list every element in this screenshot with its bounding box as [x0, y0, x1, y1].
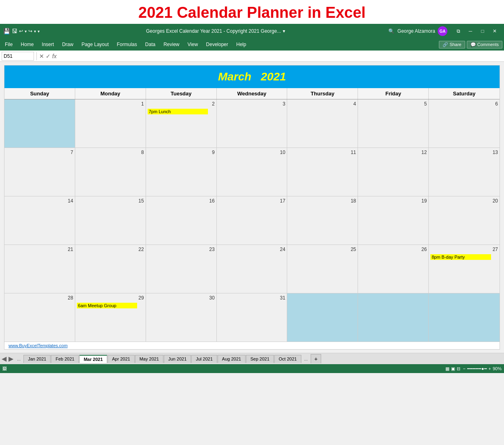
calendar-event[interactable]: 7pm Lunch [148, 109, 208, 114]
calendar-cell[interactable]: 23 [146, 245, 217, 293]
calendar-cell[interactable]: 7 [4, 148, 75, 196]
tab-help[interactable]: Help [233, 40, 250, 49]
sheet-tab-jun-2021[interactable]: Jun 2021 [164, 355, 191, 363]
close-icon[interactable]: ✕ [489, 27, 501, 35]
undo-icon[interactable]: ↩ [19, 28, 23, 34]
sheet-tab-jan-2021[interactable]: Jan 2021 [23, 355, 51, 363]
tab-data[interactable]: Data [142, 40, 159, 49]
sheet-tab-sep-2021[interactable]: Sep 2021 [246, 355, 274, 363]
comments-button[interactable]: 💬 Comments [467, 41, 502, 49]
tab-formulas[interactable]: Formulas [114, 40, 140, 49]
undo-dropdown[interactable]: ▾ [25, 29, 27, 34]
calendar-cell[interactable] [429, 293, 500, 342]
calendar-cell[interactable]: 6 [429, 99, 500, 148]
title-dropdown-icon[interactable]: ▾ [283, 28, 285, 34]
calendar-cell[interactable] [287, 293, 358, 342]
sheet-tab-apr-2021[interactable]: Apr 2021 [108, 355, 135, 363]
restore-icon[interactable]: ⧉ [452, 27, 464, 35]
calendar-day-number: 17 [218, 198, 286, 204]
calendar-cell[interactable] [358, 293, 429, 342]
calendar-cell[interactable]: 13 [429, 148, 500, 196]
maximize-icon[interactable]: □ [476, 27, 489, 35]
sheet-tab-jul-2021[interactable]: Jul 2021 [191, 355, 217, 363]
fx-icon[interactable]: fx [52, 53, 57, 59]
calendar-cell[interactable]: 296am Meetup Group [75, 293, 146, 342]
calendar-cell[interactable]: 22 [75, 245, 146, 293]
tab-draw[interactable]: Draw [59, 40, 76, 49]
calendar-day-number: 22 [77, 247, 144, 252]
minimize-icon[interactable]: ─ [464, 27, 476, 35]
calendar-cell[interactable]: 15 [75, 196, 146, 245]
sheet-tab-oct-2021[interactable]: Oct 2021 [274, 355, 301, 363]
save2-icon[interactable]: 🖫 [12, 28, 17, 34]
calendar-cell[interactable]: 10 [217, 148, 288, 196]
sheet-tab-aug-2021[interactable]: Aug 2021 [218, 355, 246, 363]
tab-developer[interactable]: Developer [203, 40, 231, 49]
tab-ellipsis-left[interactable]: ... [15, 355, 23, 363]
calendar-cell[interactable]: 27pm Lunch [146, 99, 217, 148]
customize-icon[interactable]: ▾ [38, 29, 40, 34]
save-icon[interactable]: 💾 [3, 28, 10, 34]
calendar-cell[interactable]: 30 [146, 293, 217, 342]
zoom-in-icon[interactable]: + [489, 366, 491, 371]
calendar-cell[interactable]: 8 [75, 148, 146, 196]
tab-nav-next[interactable]: ▶ [8, 355, 14, 363]
website-link[interactable]: www.BuyExcelTemplates.com [4, 342, 500, 349]
redo-dropdown[interactable]: ▾ [34, 29, 36, 34]
calendar-cell[interactable]: 19 [358, 196, 429, 245]
calendar-cell[interactable]: 20 [429, 196, 500, 245]
zoom-slider[interactable]: ━━━━━●━ [467, 366, 487, 371]
calendar-cell[interactable]: 4 [287, 99, 358, 148]
tab-nav-prev[interactable]: ◀ [1, 355, 7, 363]
redo-icon[interactable]: ↪ [28, 28, 32, 34]
calendar-day-number: 3 [218, 101, 286, 107]
calendar-cell[interactable]: 14 [4, 196, 75, 245]
normal-view-icon[interactable]: ▦ [445, 366, 449, 371]
cancel-formula-icon[interactable]: ✕ [39, 53, 44, 59]
calendar-cell[interactable]: 3 [217, 99, 288, 148]
tab-review[interactable]: Review [160, 40, 182, 49]
calendar-wrapper: March 2021 Sunday Monday Tuesday Wednesd… [4, 65, 500, 350]
cell-reference-input[interactable] [2, 52, 34, 61]
calendar-cell[interactable]: 278pm B-day Party [429, 245, 500, 293]
user-name: George Alzamora [398, 28, 435, 34]
calendar-day-number: 1 [77, 101, 144, 107]
calendar-cell[interactable] [4, 99, 75, 148]
calendar-cell[interactable]: 25 [287, 245, 358, 293]
calendar-day-number: 26 [360, 247, 427, 252]
calendar-cell[interactable]: 18 [287, 196, 358, 245]
zoom-out-icon[interactable]: − [463, 366, 465, 371]
calendar-cell[interactable]: 9 [146, 148, 217, 196]
calendar-cell[interactable]: 17 [217, 196, 288, 245]
calendar-cell[interactable]: 26 [358, 245, 429, 293]
share-button[interactable]: 🔗 Share [439, 41, 465, 49]
tab-file[interactable]: File [2, 40, 16, 49]
calendar-cell[interactable]: 5 [358, 99, 429, 148]
calendar-cell[interactable]: 11 [287, 148, 358, 196]
calendar-cell[interactable]: 24 [217, 245, 288, 293]
tab-home[interactable]: Home [17, 40, 37, 49]
add-sheet-button[interactable]: + [311, 354, 321, 363]
tab-page-layout[interactable]: Page Layout [78, 40, 112, 49]
calendar-cell[interactable]: 21 [4, 245, 75, 293]
page-break-icon[interactable]: ⊟ [457, 366, 460, 371]
tab-insert[interactable]: Insert [38, 40, 57, 49]
calendar-event[interactable]: 6am Meetup Group [77, 303, 137, 308]
day-monday: Monday [75, 88, 146, 99]
search-icon[interactable]: 🔍 [385, 27, 398, 35]
calendar-cell[interactable]: 16 [146, 196, 217, 245]
sheet-tab-may-2021[interactable]: May 2021 [135, 355, 163, 363]
calendar-event[interactable]: 8pm B-day Party [430, 254, 491, 260]
calendar-cell[interactable]: 1 [75, 99, 146, 148]
formula-input[interactable] [58, 53, 502, 59]
sheet-tab-feb-2021[interactable]: Feb 2021 [51, 355, 78, 363]
calendar-cell[interactable]: 31 [217, 293, 288, 342]
sheet-tab-mar-2021[interactable]: Mar 2021 [79, 355, 107, 363]
confirm-formula-icon[interactable]: ✓ [46, 53, 51, 59]
user-info: George Alzamora GA [398, 26, 447, 36]
page-layout-icon[interactable]: ▣ [451, 366, 455, 371]
tab-ellipsis-right[interactable]: ... [302, 355, 310, 363]
tab-view[interactable]: View [184, 40, 201, 49]
calendar-cell[interactable]: 12 [358, 148, 429, 196]
calendar-cell[interactable]: 28 [4, 293, 75, 342]
